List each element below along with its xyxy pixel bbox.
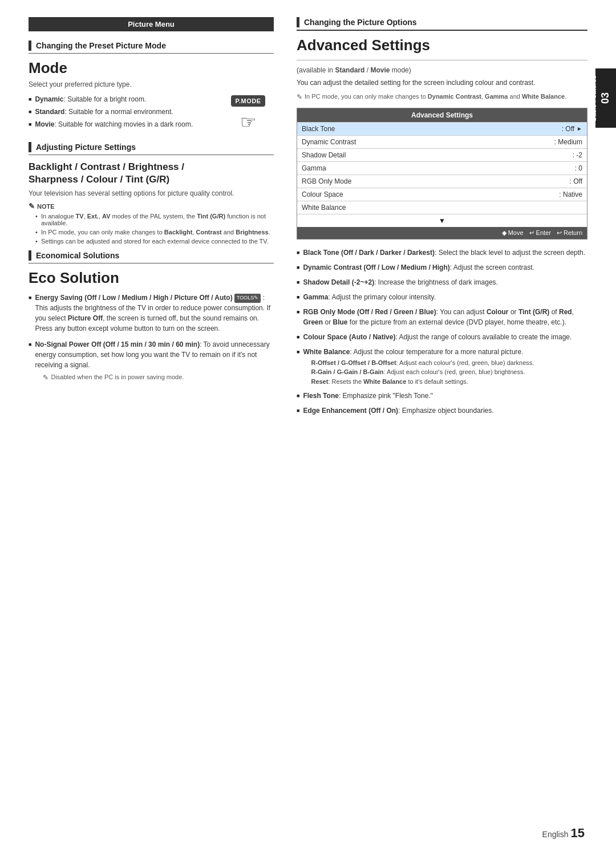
row-label: Dynamic Contrast — [302, 138, 554, 146]
pmode-illustration: P.MODE ☞ — [222, 95, 274, 133]
section-bar — [297, 17, 299, 27]
list-item: Shadow Detail (-2~+2): Increase the brig… — [297, 277, 587, 287]
note-icon: ✎ — [29, 202, 35, 210]
language-label: English — [542, 830, 569, 839]
table-row: ▼ — [297, 214, 587, 227]
row-label: Black Tone — [302, 125, 562, 133]
list-item: Flesh Tone: Emphasize pink "Flesh Tone." — [297, 391, 587, 401]
row-label: RGB Only Mode — [302, 177, 570, 185]
table-row: RGB Only Mode : Off — [297, 175, 587, 188]
section-bar — [29, 142, 31, 152]
avail-text: (available in Standard / Movie mode) — [297, 66, 587, 74]
advanced-title: Advanced Settings — [297, 36, 587, 54]
section-title: Adjusting Picture Settings — [36, 143, 136, 152]
table-row: Shadow Detail : -2 — [297, 148, 587, 161]
move-label: ◆ Move — [502, 229, 524, 237]
page-footer: English 15 — [542, 826, 585, 841]
page-container: 03 Basic Features Picture Menu Changing … — [0, 0, 616, 852]
row-label: White Balance — [302, 204, 582, 212]
pc-note: ✎ In PC mode, you can only make changes … — [297, 92, 587, 102]
list-item: Energy Saving (Off / Low / Medium / High… — [29, 293, 274, 334]
list-item: Black Tone (Off / Dark / Darker / Darkes… — [297, 248, 587, 258]
enter-label: ↵ Enter — [529, 229, 551, 237]
hand-icon: ☞ — [222, 111, 274, 133]
main-content: Picture Menu Changing the Preset Picture… — [0, 0, 616, 852]
section-title: Changing the Picture Options — [304, 18, 417, 27]
advanced-desc: You can adjust the detailed setting for … — [297, 78, 587, 88]
eco-note: ✎ Disabled when the PC is in power savin… — [35, 372, 274, 383]
backlight-desc: Your television has several setting opti… — [29, 189, 274, 197]
table-row: Black Tone : Off ► — [297, 122, 587, 135]
section-title: Economical Solutions — [36, 251, 119, 260]
table-footer: ◆ Move ↵ Enter ↩ Return — [297, 227, 587, 239]
section-title: Changing the Preset Picture Mode — [36, 41, 166, 50]
table-row: Dynamic Contrast : Medium — [297, 135, 587, 148]
list-item: In analogue TV, Ext., AV modes of the PA… — [35, 213, 274, 226]
row-label: Shadow Detail — [302, 151, 573, 159]
row-value: : Off ► — [562, 125, 582, 133]
list-item: Dynamic Contrast (Off / Low / Medium / H… — [297, 262, 587, 273]
list-item: Standard: Suitable for a normal environm… — [29, 108, 217, 116]
list-item: In PC mode, you can only make changes to… — [35, 229, 274, 236]
right-column: Changing the Picture Options Advanced Se… — [291, 17, 587, 818]
pmode-button: P.MODE — [231, 95, 266, 107]
table-row: Colour Space : Native — [297, 188, 587, 201]
list-item: Edge Enhancement (Off / On): Emphasize o… — [297, 405, 587, 416]
eco-title: Eco Solution — [29, 269, 274, 287]
tools-badge: TOOLS✎ — [234, 294, 261, 303]
backlight-title: Backlight / Contrast / Brightness /Sharp… — [29, 161, 274, 186]
pencil-icon: ✎ — [297, 92, 302, 102]
row-value: : Medium — [554, 138, 582, 146]
return-label: ↩ Return — [557, 229, 582, 237]
pencil-icon: ✎ — [43, 372, 48, 383]
arrow-icon: ► — [577, 125, 582, 132]
row-value: : Off — [570, 177, 582, 185]
section-adjusting-picture: Adjusting Picture Settings — [29, 142, 274, 155]
mode-list: Dynamic: Suitable for a bright room. Sta… — [29, 95, 217, 133]
down-arrow: ▼ — [439, 217, 445, 225]
section-bar — [29, 250, 31, 261]
row-label: Colour Space — [302, 190, 559, 198]
list-item: Colour Space (Auto / Native): Adjust the… — [297, 332, 587, 342]
row-value: : Native — [559, 190, 582, 198]
row-value: : 0 — [575, 164, 582, 172]
mode-content: Dynamic: Suitable for a bright room. Sta… — [29, 95, 274, 133]
divider — [297, 60, 587, 60]
table-row: White Balance — [297, 201, 587, 214]
list-item: Gamma: Adjust the primary colour intensi… — [297, 292, 587, 302]
list-item: No-Signal Power Off (Off / 15 min / 30 m… — [29, 339, 274, 383]
list-item: Settings can be adjusted and stored for … — [35, 238, 274, 245]
list-item: RGB Only Mode (Off / Red / Green / Blue)… — [297, 307, 587, 327]
note-list: In analogue TV, Ext., AV modes of the PA… — [29, 213, 274, 245]
chapter-number: 03 — [599, 92, 611, 104]
mode-subtitle: Select your preferred picture type. — [29, 80, 274, 88]
side-tab: 03 Basic Features — [595, 68, 616, 128]
list-item: Dynamic: Suitable for a bright room. — [29, 95, 217, 103]
section-economical: Economical Solutions — [29, 250, 274, 263]
section-preset-picture-mode: Changing the Preset Picture Mode — [29, 40, 274, 54]
table-header: Advanced Settings — [297, 108, 587, 122]
list-item: White Balance: Adjust the colour tempera… — [297, 347, 587, 387]
note-label: ✎ NOTE — [29, 202, 274, 210]
list-item: Movie: Suitable for watching movies in a… — [29, 120, 217, 128]
row-value: : -2 — [573, 151, 582, 159]
desc-list: Black Tone (Off / Dark / Darker / Darkes… — [297, 248, 587, 416]
desc-sub: R-Offset / G-Offset / B-Offset: Adjust e… — [311, 358, 534, 387]
settings-table: Advanced Settings Black Tone : Off ► Dyn… — [297, 108, 587, 240]
mode-items: Dynamic: Suitable for a bright room. Sta… — [29, 95, 217, 128]
section-bar — [29, 40, 31, 51]
note-box: ✎ NOTE In analogue TV, Ext., AV modes of… — [29, 202, 274, 245]
left-column: Picture Menu Changing the Preset Picture… — [29, 17, 291, 818]
row-label: Gamma — [302, 164, 575, 172]
table-row: Gamma : 0 — [297, 161, 587, 175]
page-number: 15 — [571, 826, 585, 841]
section-picture-options: Changing the Picture Options — [297, 17, 587, 31]
chapter-label: Basic Features — [590, 75, 597, 121]
picture-menu-header: Picture Menu — [29, 17, 274, 31]
mode-title: Mode — [29, 59, 274, 77]
eco-list: Energy Saving (Off / Low / Medium / High… — [29, 293, 274, 383]
